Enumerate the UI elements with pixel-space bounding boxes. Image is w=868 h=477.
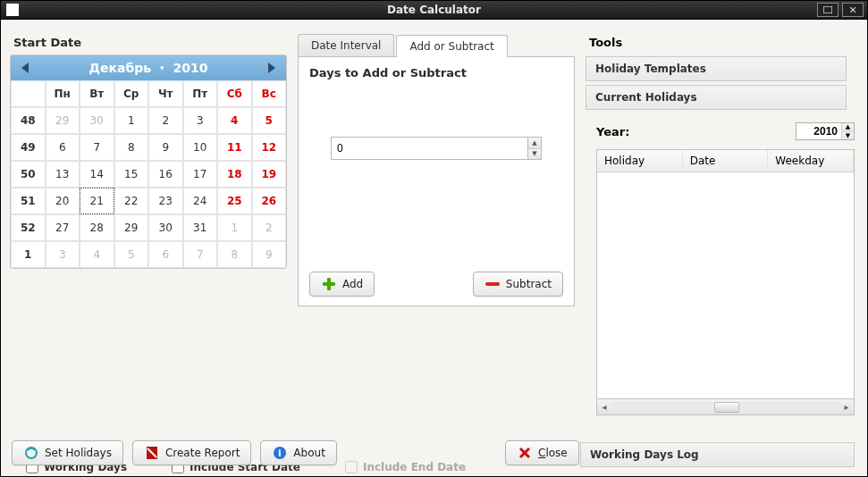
calendar-weekday-header: Сб bbox=[217, 80, 252, 107]
calendar-day[interactable]: 15 bbox=[114, 161, 149, 188]
days-to-add-label: Days to Add or Subtract bbox=[309, 66, 563, 80]
svg-marker-2 bbox=[268, 63, 275, 73]
calendar-day[interactable]: 31 bbox=[183, 214, 218, 241]
footer-buttons: Set Holidays Create Report i About Close bbox=[12, 440, 337, 465]
accordion-working-days-log[interactable]: Working Days Log bbox=[580, 442, 855, 467]
calendar-day[interactable]: 24 bbox=[183, 188, 218, 214]
calendar-day[interactable]: 21 bbox=[80, 188, 114, 214]
set-holidays-button[interactable]: Set Holidays bbox=[12, 440, 123, 465]
middle-column: Date Interval Add or Subtract Days to Ad… bbox=[298, 27, 575, 415]
calendar-day[interactable]: 2 bbox=[252, 214, 287, 241]
col-date[interactable]: Date bbox=[683, 150, 769, 172]
year-up-button[interactable]: ▲ bbox=[842, 123, 854, 132]
calendar-day[interactable]: 28 bbox=[80, 214, 114, 241]
calendar-day[interactable]: 14 bbox=[80, 161, 114, 188]
set-holidays-label: Set Holidays bbox=[45, 447, 112, 459]
calendar-day[interactable]: 8 bbox=[217, 241, 252, 268]
add-button-label: Add bbox=[342, 278, 363, 290]
pdf-icon bbox=[144, 445, 160, 461]
calendar-day[interactable]: 9 bbox=[252, 241, 287, 268]
calendar-week-number: 50 bbox=[11, 161, 46, 188]
tab-add-or-subtract[interactable]: Add or Subtract bbox=[396, 35, 507, 57]
calendar: Декабрь▾ 2010 ПнВтСрЧтПтСбВс482930123454… bbox=[10, 54, 287, 269]
include-end-label: Include End Date bbox=[363, 461, 466, 473]
calendar-week-number: 51 bbox=[11, 188, 46, 214]
calendar-day[interactable]: 25 bbox=[217, 188, 252, 214]
tab-date-interval[interactable]: Date Interval bbox=[298, 34, 394, 56]
calendar-day[interactable]: 4 bbox=[217, 107, 252, 134]
scroll-grip[interactable] bbox=[714, 402, 739, 413]
tab-panel: Days to Add or Subtract ▲ ▼ Add Subtract bbox=[298, 56, 575, 306]
close-button[interactable]: Close bbox=[505, 440, 579, 465]
calendar-day[interactable]: 13 bbox=[46, 161, 80, 188]
horizontal-scrollbar[interactable]: ◂ ▸ bbox=[596, 399, 855, 415]
calendar-day[interactable]: 27 bbox=[46, 214, 80, 241]
year-down-button[interactable]: ▼ bbox=[842, 132, 854, 140]
calendar-day[interactable]: 12 bbox=[252, 134, 287, 161]
about-button[interactable]: i About bbox=[260, 440, 336, 465]
calendar-grid: ПнВтСрЧтПтСбВс48293012345496789101112501… bbox=[11, 80, 286, 268]
svg-text:i: i bbox=[278, 448, 282, 459]
window-maximize-button[interactable] bbox=[817, 3, 839, 17]
calendar-day[interactable]: 23 bbox=[148, 188, 183, 214]
calendar-day[interactable]: 5 bbox=[252, 107, 287, 134]
spinner-down-button[interactable]: ▼ bbox=[528, 149, 541, 160]
calendar-day[interactable]: 22 bbox=[114, 188, 149, 214]
calendar-week-number: 48 bbox=[11, 107, 46, 134]
calendar-day[interactable]: 6 bbox=[148, 241, 183, 268]
calendar-day[interactable]: 11 bbox=[217, 134, 252, 161]
calendar-year[interactable]: 2010 bbox=[173, 61, 208, 75]
calendar-day[interactable]: 26 bbox=[252, 188, 287, 214]
days-input[interactable] bbox=[331, 137, 527, 160]
col-holiday[interactable]: Holiday bbox=[597, 150, 683, 172]
globe-refresh-icon bbox=[23, 445, 39, 461]
calendar-day[interactable]: 10 bbox=[183, 134, 218, 161]
calendar-day[interactable]: 20 bbox=[46, 188, 80, 214]
create-report-button[interactable]: Create Report bbox=[132, 440, 251, 465]
window-close-button[interactable]: ✕ bbox=[842, 3, 864, 17]
scroll-left-button[interactable]: ◂ bbox=[597, 402, 611, 412]
svg-rect-5 bbox=[485, 282, 500, 286]
calendar-day[interactable]: 5 bbox=[114, 241, 149, 268]
calendar-day[interactable]: 7 bbox=[183, 241, 218, 268]
calendar-day[interactable]: 9 bbox=[148, 134, 183, 161]
calendar-day[interactable]: 7 bbox=[80, 134, 114, 161]
calendar-day[interactable]: 16 bbox=[148, 161, 183, 188]
subtract-button[interactable]: Subtract bbox=[473, 272, 563, 297]
calendar-day[interactable]: 17 bbox=[183, 161, 218, 188]
window-title: Date Calculator bbox=[387, 4, 481, 16]
calendar-weekday-header: Вт bbox=[80, 80, 114, 107]
calendar-day[interactable]: 18 bbox=[217, 161, 252, 188]
left-column: Start Date Декабрь▾ 2010 ПнВтСрЧтПтСбВс4… bbox=[10, 27, 287, 415]
calendar-day[interactable]: 3 bbox=[183, 107, 218, 134]
spinner-up-button[interactable]: ▲ bbox=[528, 138, 541, 149]
calendar-day[interactable]: 1 bbox=[217, 214, 252, 241]
col-weekday[interactable]: Weekday bbox=[768, 150, 854, 172]
calendar-day[interactable]: 1 bbox=[114, 107, 149, 134]
calendar-day[interactable]: 4 bbox=[80, 241, 114, 268]
calendar-week-number: 52 bbox=[11, 214, 46, 241]
calendar-weekday-header: Пн bbox=[46, 80, 80, 107]
about-label: About bbox=[293, 447, 324, 459]
scroll-right-button[interactable]: ▸ bbox=[839, 402, 854, 412]
include-end-checkbox: Include End Date bbox=[345, 461, 466, 473]
calendar-day[interactable]: 8 bbox=[114, 134, 149, 161]
calendar-day[interactable]: 19 bbox=[252, 161, 287, 188]
calendar-day[interactable]: 3 bbox=[46, 241, 80, 268]
holidays-table-body bbox=[597, 172, 854, 398]
calendar-day[interactable]: 30 bbox=[80, 107, 114, 134]
calendar-day[interactable]: 29 bbox=[46, 107, 80, 134]
calendar-prev-button[interactable] bbox=[14, 58, 38, 78]
calendar-day[interactable]: 30 bbox=[148, 214, 183, 241]
year-input[interactable] bbox=[796, 123, 841, 139]
accordion-holiday-templates[interactable]: Holiday Templates bbox=[586, 56, 847, 81]
calendar-next-button[interactable] bbox=[259, 58, 282, 78]
calendar-day[interactable]: 2 bbox=[148, 107, 183, 134]
scroll-track[interactable] bbox=[611, 402, 839, 413]
add-button[interactable]: Add bbox=[309, 272, 375, 297]
calendar-day[interactable]: 6 bbox=[46, 134, 80, 161]
holidays-table: Holiday Date Weekday bbox=[596, 149, 855, 399]
calendar-month[interactable]: Декабрь bbox=[88, 61, 151, 75]
calendar-day[interactable]: 29 bbox=[114, 214, 149, 241]
accordion-current-holidays[interactable]: Current Holidays bbox=[586, 85, 847, 110]
